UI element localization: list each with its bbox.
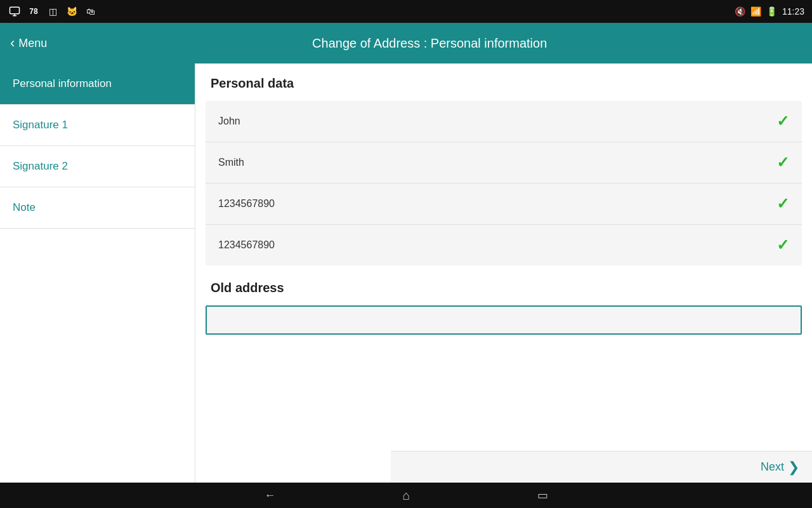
sidebar-label-signature-2: Signature 2 bbox=[13, 160, 68, 172]
content-area: Personal data John ✓ Smith ✓ 1234567890 … bbox=[195, 64, 812, 483]
next-button[interactable]: Next ❯ bbox=[761, 459, 799, 476]
menu-label[interactable]: Menu bbox=[18, 37, 47, 50]
next-label: Next bbox=[761, 460, 784, 474]
android-nav-bar: ← ⌂ ▭ bbox=[0, 483, 812, 508]
menu-button[interactable]: ‹ Menu bbox=[10, 35, 47, 51]
field-row-phone1[interactable]: 1234567890 ✓ bbox=[206, 184, 802, 225]
status-bar-right: 🔇 📶 🔋 11:23 bbox=[735, 6, 804, 17]
sidebar-item-personal-information[interactable]: Personal information bbox=[0, 64, 195, 105]
page-title: Change of Address : Personal information bbox=[57, 36, 802, 51]
sidebar-item-signature-1[interactable]: Signature 1 bbox=[0, 105, 195, 146]
main-layout: Personal information Signature 1 Signatu… bbox=[0, 64, 812, 483]
field-phone2-value: 1234567890 bbox=[218, 239, 776, 251]
field-phone1-value: 1234567890 bbox=[218, 198, 776, 210]
old-address-input[interactable] bbox=[217, 314, 790, 326]
clock: 11:23 bbox=[782, 6, 804, 17]
back-chevron-icon: ‹ bbox=[10, 35, 15, 51]
battery-icon: 🔋 bbox=[766, 6, 777, 17]
icon3: ◫ bbox=[46, 4, 60, 18]
personal-data-title: Personal data bbox=[195, 64, 812, 101]
field-firstname-value: John bbox=[218, 116, 776, 127]
old-address-input-container[interactable] bbox=[206, 305, 802, 335]
sidebar: Personal information Signature 1 Signatu… bbox=[0, 64, 195, 483]
sidebar-item-note[interactable]: Note bbox=[0, 187, 195, 229]
svg-rect-0 bbox=[10, 7, 20, 14]
back-nav-button[interactable]: ← bbox=[264, 489, 275, 502]
status-bar: 78 ◫ 🐱 🛍 🔇 📶 🔋 11:23 bbox=[0, 0, 812, 23]
home-nav-button[interactable]: ⌂ bbox=[402, 488, 410, 503]
wifi-icon: 📶 bbox=[750, 6, 761, 17]
screen-icon bbox=[8, 4, 22, 18]
field-row-firstname[interactable]: John ✓ bbox=[206, 101, 802, 142]
bag-icon: 🛍 bbox=[84, 4, 98, 18]
sidebar-label-personal-information: Personal information bbox=[13, 77, 112, 90]
field-phone1-checkmark: ✓ bbox=[776, 195, 789, 213]
status-bar-left: 78 ◫ 🐱 🛍 bbox=[8, 4, 98, 18]
recent-nav-button[interactable]: ▭ bbox=[537, 488, 548, 502]
sidebar-item-signature-2[interactable]: Signature 2 bbox=[0, 146, 195, 187]
field-row-phone2[interactable]: 1234567890 ✓ bbox=[206, 225, 802, 265]
mute-icon: 🔇 bbox=[735, 6, 745, 17]
badge-78-icon: 78 bbox=[27, 4, 41, 18]
app-bar: ‹ Menu Change of Address : Personal info… bbox=[0, 23, 812, 64]
field-lastname-checkmark: ✓ bbox=[776, 154, 789, 171]
field-firstname-checkmark: ✓ bbox=[776, 112, 789, 130]
bottom-bar: Next ❯ bbox=[391, 451, 812, 483]
next-arrow-icon: ❯ bbox=[788, 459, 799, 476]
personal-data-fields: John ✓ Smith ✓ 1234567890 ✓ 1234567890 ✓ bbox=[206, 101, 802, 265]
sidebar-label-note: Note bbox=[13, 201, 36, 213]
field-phone2-checkmark: ✓ bbox=[776, 236, 789, 254]
old-address-title: Old address bbox=[195, 265, 812, 305]
field-lastname-value: Smith bbox=[218, 157, 776, 168]
sidebar-label-signature-1: Signature 1 bbox=[13, 119, 68, 131]
cat-icon: 🐱 bbox=[65, 4, 79, 18]
field-row-lastname[interactable]: Smith ✓ bbox=[206, 142, 802, 184]
